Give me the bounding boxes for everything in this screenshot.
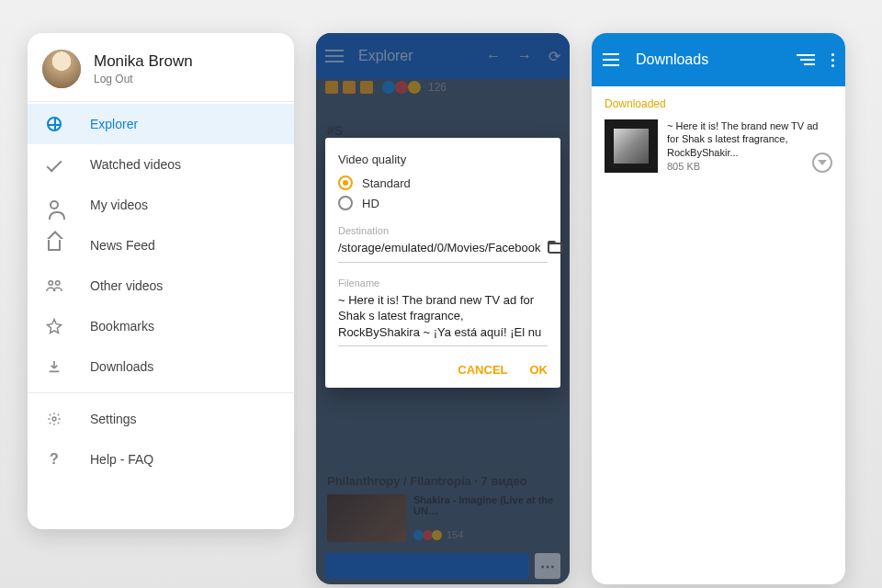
check-icon	[44, 154, 64, 175]
avatar[interactable]	[42, 50, 81, 88]
filename-label: Filename	[338, 277, 548, 288]
menu-label: My videos	[90, 198, 148, 212]
filename-input[interactable]: ~ Here it is! The brand new TV ad for Sh…	[338, 292, 548, 347]
dialog-heading: Video quality	[338, 153, 548, 166]
destination-value: /storage/emulated/0/Movies/Facebook	[338, 240, 540, 256]
menu-item-newsfeed[interactable]: News Feed	[28, 225, 294, 266]
drawer-menu: Explorer Watched videos My videos News F…	[28, 102, 294, 480]
download-thumbnail	[605, 119, 658, 173]
group-icon	[44, 276, 64, 296]
user-icon	[44, 195, 64, 215]
downloaded-section-label: Downloaded	[592, 86, 845, 116]
svg-point-1	[56, 281, 61, 286]
menu-item-myvideos[interactable]: My videos	[28, 185, 294, 225]
radio-label: HD	[362, 197, 379, 210]
radio-standard[interactable]: Standard	[338, 175, 548, 190]
download-item[interactable]: ~ Here it is! The brand new TV ad for Sh…	[592, 116, 845, 176]
cancel-button[interactable]: CANCEL	[458, 363, 507, 377]
menu-item-explorer[interactable]: Explorer	[28, 104, 294, 144]
svg-point-0	[49, 281, 53, 286]
folder-icon[interactable]	[548, 243, 563, 254]
menu-item-downloads[interactable]: Downloads	[28, 346, 294, 387]
logout-link[interactable]: Log Out	[94, 73, 193, 85]
downloads-screen: Downloads Downloaded ~ Here it is! The b…	[592, 33, 845, 584]
explorer-screen: Explorer ← → ⟳ 126 #S Philanthropy / Fil…	[316, 33, 570, 584]
hamburger-icon[interactable]	[603, 59, 619, 61]
destination-input[interactable]: /storage/emulated/0/Movies/Facebook	[338, 240, 548, 263]
user-name: Monika Brown	[94, 52, 193, 71]
radio-label: Standard	[362, 176, 411, 190]
radio-icon	[338, 175, 353, 190]
download-item-size: 805 KB	[667, 161, 832, 172]
download-icon	[44, 356, 64, 377]
menu-label: Help - FAQ	[90, 452, 153, 467]
menu-label: News Feed	[90, 238, 155, 253]
menu-label: Settings	[90, 412, 137, 426]
menu-label: Watched videos	[90, 157, 181, 172]
menu-item-bookmarks[interactable]: Bookmarks	[28, 306, 294, 346]
menu-label: Bookmarks	[90, 319, 154, 334]
star-icon	[44, 316, 64, 336]
download-item-title: ~ Here it is! The brand new TV ad for Sh…	[667, 119, 832, 159]
filename-value: ~ Here it is! The brand new TV ad for Sh…	[338, 292, 548, 341]
sort-icon[interactable]	[800, 59, 815, 61]
gear-icon	[44, 409, 64, 429]
destination-label: Destination	[338, 225, 548, 236]
radio-hd[interactable]: HD	[338, 196, 548, 210]
more-icon[interactable]	[831, 53, 834, 67]
profile-header: Monika Brown Log Out	[28, 33, 294, 102]
svg-point-2	[52, 417, 56, 421]
menu-item-help[interactable]: ? Help - FAQ	[28, 439, 294, 480]
download-dialog: Video quality Standard HD Destination /s…	[325, 138, 560, 388]
menu-label: Other videos	[90, 278, 163, 293]
menu-item-watched[interactable]: Watched videos	[28, 144, 294, 185]
drawer-panel: Monika Brown Log Out Explorer Watched vi…	[28, 33, 294, 529]
globe-icon	[44, 114, 64, 134]
menu-divider	[28, 392, 294, 393]
help-icon: ?	[44, 449, 64, 469]
downloads-topbar: Downloads	[592, 33, 845, 86]
expand-icon[interactable]	[812, 153, 832, 173]
home-icon	[44, 235, 64, 255]
downloads-title: Downloads	[636, 51, 800, 68]
menu-item-othervideos[interactable]: Other videos	[28, 266, 294, 306]
radio-icon	[338, 196, 353, 210]
menu-label: Downloads	[90, 359, 153, 374]
menu-item-settings[interactable]: Settings	[28, 399, 294, 439]
menu-label: Explorer	[90, 117, 138, 131]
ok-button[interactable]: OK	[530, 363, 548, 377]
